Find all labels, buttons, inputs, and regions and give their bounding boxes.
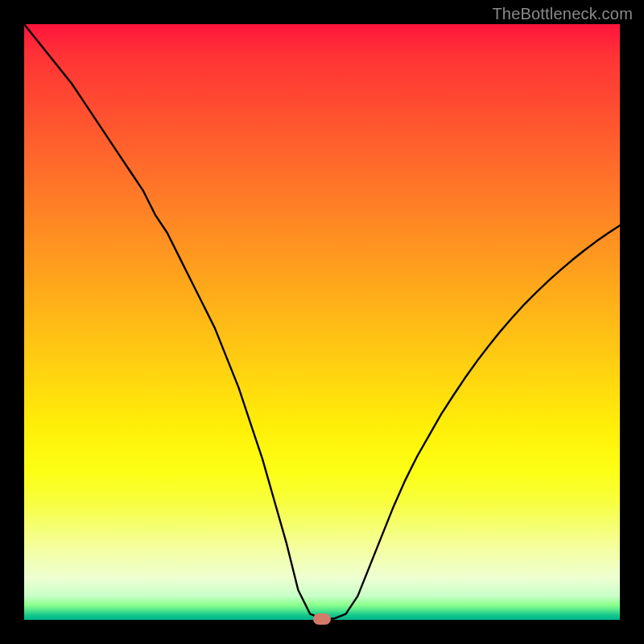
- chart-frame: TheBottleneck.com: [0, 0, 644, 644]
- plot-area: [24, 24, 620, 620]
- watermark-text: TheBottleneck.com: [492, 5, 633, 23]
- bottleneck-curve: [24, 24, 620, 620]
- optimal-point-marker: [313, 613, 331, 625]
